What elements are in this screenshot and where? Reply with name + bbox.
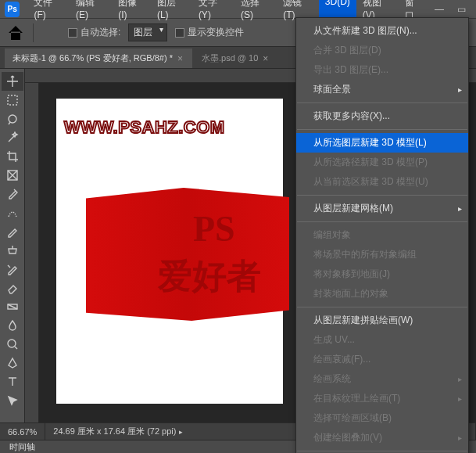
document-canvas[interactable]: WWW.PSAHZ.COM PS 爱好者 <box>56 99 283 404</box>
home-icon[interactable] <box>6 23 25 42</box>
menu3d-item: 生成 UV... <box>296 330 468 350</box>
3d-menu: 从文件新建 3D 图层(N)...合并 3D 图层(D)导出 3D 图层(E).… <box>295 17 469 453</box>
document-tab[interactable]: 水墨.psd @ 10× <box>194 49 277 68</box>
menu-选择[interactable]: 选择(S) <box>234 0 277 25</box>
window-controls: — ▭ <box>429 2 471 16</box>
path-select-tool[interactable] <box>2 391 23 410</box>
layer-dropdown[interactable]: 图层 <box>128 23 167 41</box>
gradient-tool[interactable] <box>2 297 23 316</box>
lasso-tool[interactable] <box>2 110 23 128</box>
menu3d-item[interactable]: 从图层新建拼贴绘画(W) <box>296 311 468 330</box>
menu3d-item: 选择可绘画区域(B) <box>296 408 468 428</box>
menu3d-item: 绘画衰减(F)... <box>296 350 468 369</box>
menu-separator <box>297 307 467 307</box>
checkbox-box[interactable] <box>175 28 184 38</box>
type-tool[interactable] <box>2 372 23 391</box>
auto-select-label: 自动选择: <box>81 26 120 39</box>
menu3d-item: 导出 3D 图层(E)... <box>296 60 468 80</box>
history-brush-tool[interactable] <box>2 260 23 279</box>
menu-编辑[interactable]: 编辑(E) <box>70 0 112 25</box>
close-icon[interactable]: × <box>263 53 268 64</box>
document-tab[interactable]: 未标题-1 @ 66.7% (PS 爱好者, RGB/8#) *× <box>5 49 192 68</box>
menu-文件[interactable]: 文件(F) <box>27 0 70 25</box>
menu3d-item[interactable]: 从所选图层新建 3D 模型(L) <box>296 133 468 153</box>
menu3d-item: 将场景中的所有对象编组 <box>296 245 468 264</box>
menu-文字[interactable]: 文字(Y) <box>192 0 234 25</box>
frame-tool[interactable] <box>2 166 23 185</box>
menu3d-item: 封装地面上的对象 <box>296 284 468 304</box>
dodge-tool[interactable] <box>2 335 23 354</box>
show-transform-label: 显示变换控件 <box>188 26 244 39</box>
watermark-text: WWW.PSAHZ.COM <box>64 117 225 138</box>
menu3d-item[interactable]: 获取更多内容(X)... <box>296 106 468 126</box>
menu3d-item: 将对象移到地面(J) <box>296 264 468 284</box>
menu3d-item: 从当前选区新建 3D 模型(U) <box>296 172 468 192</box>
show-transform-checkbox[interactable]: 显示变换控件 <box>175 26 244 39</box>
marquee-tool[interactable] <box>2 91 23 110</box>
menu-bar: Ps 文件(F)编辑(E)图像(I)图层(L)文字(Y)选择(S)滤镜(T)3D… <box>0 0 476 19</box>
magic-wand-tool[interactable] <box>2 128 23 147</box>
checkbox-box[interactable] <box>68 28 77 38</box>
menu-图像[interactable]: 图像(I) <box>112 0 151 25</box>
svg-point-3 <box>8 340 16 347</box>
pen-tool[interactable] <box>2 354 23 372</box>
menu-separator <box>297 102 467 103</box>
menu3d-item: 绘画系统 <box>296 369 468 389</box>
menu-图层[interactable]: 图层(L) <box>151 0 192 25</box>
menu3d-item: 编组对象 <box>296 225 468 245</box>
zoom-level[interactable]: 66.67% <box>0 423 45 440</box>
close-icon[interactable]: × <box>177 53 183 64</box>
menu3d-item: 在目标纹理上绘画(T) <box>296 389 468 408</box>
menu3d-item: 合并 3D 图层(D) <box>296 41 468 60</box>
clone-stamp-tool[interactable] <box>2 241 23 260</box>
brush-tool[interactable] <box>2 222 23 241</box>
menu3d-item[interactable]: 从文件新建 3D 图层(N)... <box>296 21 468 41</box>
eraser-tool[interactable] <box>2 279 23 297</box>
move-tool[interactable] <box>2 72 23 91</box>
eyedropper-tool[interactable] <box>2 185 23 203</box>
blur-tool[interactable] <box>2 316 23 335</box>
flag-text-2: 爱好者 <box>158 253 261 300</box>
healing-brush-tool[interactable] <box>2 203 23 222</box>
menu3d-item[interactable]: 球面全景 <box>296 80 468 99</box>
menu-separator <box>297 221 467 222</box>
svg-rect-0 <box>8 95 17 105</box>
maximize-button[interactable]: ▭ <box>451 2 471 16</box>
minimize-button[interactable]: — <box>429 2 449 16</box>
tab-label: 未标题-1 @ 66.7% (PS 爱好者, RGB/8#) * <box>13 52 173 64</box>
app-logo: Ps <box>5 2 20 17</box>
tools-panel <box>0 69 25 422</box>
divider <box>33 23 34 42</box>
menu-separator <box>297 451 467 451</box>
menu-separator <box>297 195 467 196</box>
ruler-vertical <box>25 83 39 422</box>
tab-label: 水墨.psd @ 10 <box>202 52 258 64</box>
crop-tool[interactable] <box>2 147 23 166</box>
menu-separator <box>297 129 467 130</box>
auto-select-checkbox[interactable]: 自动选择: <box>68 26 120 39</box>
menu3d-item[interactable]: 从图层新建网格(M) <box>296 199 468 218</box>
menu3d-item: 从所选路径新建 3D 模型(P) <box>296 153 468 172</box>
menu3d-item: 创建绘图叠加(V) <box>296 428 468 448</box>
move-icon[interactable] <box>41 23 60 42</box>
flag-text-1: PS <box>193 208 235 250</box>
